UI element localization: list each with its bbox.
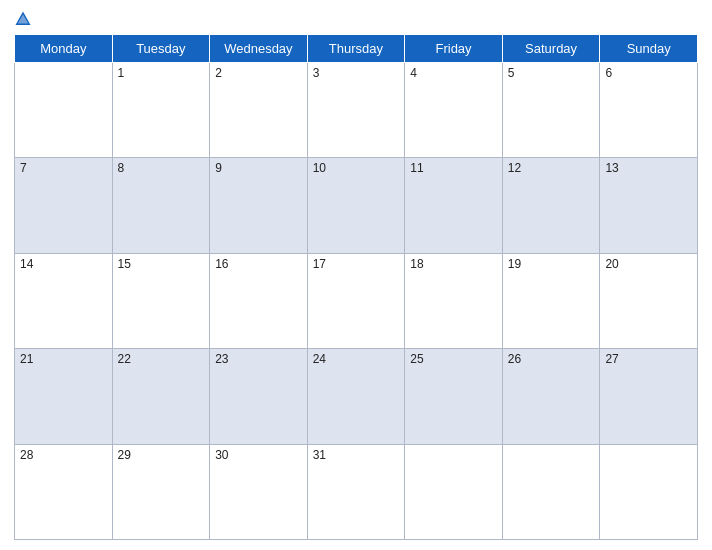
- calendar-cell: 29: [112, 444, 210, 539]
- calendar-cell: 14: [15, 253, 113, 348]
- calendar-table: MondayTuesdayWednesdayThursdayFridaySatu…: [14, 34, 698, 540]
- weekday-header-wednesday: Wednesday: [210, 35, 308, 63]
- day-number: 7: [20, 161, 27, 175]
- day-number: 28: [20, 448, 33, 462]
- weekday-header-tuesday: Tuesday: [112, 35, 210, 63]
- day-number: 4: [410, 66, 417, 80]
- day-number: 27: [605, 352, 618, 366]
- calendar-week-row: 28293031000: [15, 444, 698, 539]
- calendar-week-row: 21222324252627: [15, 349, 698, 444]
- calendar-cell: 6: [600, 63, 698, 158]
- day-number: 29: [118, 448, 131, 462]
- day-number: 26: [508, 352, 521, 366]
- calendar-cell: 10: [307, 158, 405, 253]
- calendar-cell: 0: [600, 444, 698, 539]
- calendar-cell: 21: [15, 349, 113, 444]
- calendar-cell: 28: [15, 444, 113, 539]
- calendar-cell: 16: [210, 253, 308, 348]
- day-number: 5: [508, 66, 515, 80]
- day-number: 18: [410, 257, 423, 271]
- calendar-cell: 11: [405, 158, 503, 253]
- calendar-cell: 31: [307, 444, 405, 539]
- day-number: 13: [605, 161, 618, 175]
- day-number: 30: [215, 448, 228, 462]
- calendar-cell: 1: [112, 63, 210, 158]
- day-number: 3: [313, 66, 320, 80]
- calendar-cell: 17: [307, 253, 405, 348]
- calendar-body: 0123456789101112131415161718192021222324…: [15, 63, 698, 540]
- header: [14, 10, 698, 28]
- day-number: 31: [313, 448, 326, 462]
- weekday-header-saturday: Saturday: [502, 35, 600, 63]
- day-number: 14: [20, 257, 33, 271]
- day-number: 8: [118, 161, 125, 175]
- day-number: 15: [118, 257, 131, 271]
- calendar-week-row: 0123456: [15, 63, 698, 158]
- day-number: 22: [118, 352, 131, 366]
- calendar-cell: 25: [405, 349, 503, 444]
- calendar-cell: 26: [502, 349, 600, 444]
- day-number: 0: [410, 448, 417, 462]
- calendar-cell: 12: [502, 158, 600, 253]
- calendar-cell: 0: [15, 63, 113, 158]
- calendar-cell: 0: [502, 444, 600, 539]
- calendar-header: MondayTuesdayWednesdayThursdayFridaySatu…: [15, 35, 698, 63]
- logo-area: [14, 10, 36, 28]
- day-number: 19: [508, 257, 521, 271]
- day-number: 25: [410, 352, 423, 366]
- day-number: 23: [215, 352, 228, 366]
- calendar-cell: 24: [307, 349, 405, 444]
- day-number: 20: [605, 257, 618, 271]
- weekday-row: MondayTuesdayWednesdayThursdayFridaySatu…: [15, 35, 698, 63]
- day-number: 10: [313, 161, 326, 175]
- calendar-week-row: 14151617181920: [15, 253, 698, 348]
- calendar-cell: 3: [307, 63, 405, 158]
- calendar-cell: 18: [405, 253, 503, 348]
- logo-icon: [14, 10, 32, 28]
- calendar-cell: 7: [15, 158, 113, 253]
- calendar-cell: 8: [112, 158, 210, 253]
- day-number: 16: [215, 257, 228, 271]
- calendar-cell: 0: [405, 444, 503, 539]
- day-number: 11: [410, 161, 423, 175]
- weekday-header-friday: Friday: [405, 35, 503, 63]
- calendar-cell: 15: [112, 253, 210, 348]
- day-number: 17: [313, 257, 326, 271]
- calendar-cell: 2: [210, 63, 308, 158]
- day-number: 1: [118, 66, 125, 80]
- day-number: 9: [215, 161, 222, 175]
- calendar-cell: 30: [210, 444, 308, 539]
- calendar-cell: 4: [405, 63, 503, 158]
- day-number: 0: [20, 66, 27, 80]
- day-number: 12: [508, 161, 521, 175]
- calendar-cell: 9: [210, 158, 308, 253]
- calendar-cell: 19: [502, 253, 600, 348]
- day-number: 21: [20, 352, 33, 366]
- calendar-week-row: 78910111213: [15, 158, 698, 253]
- day-number: 2: [215, 66, 222, 80]
- calendar-cell: 20: [600, 253, 698, 348]
- weekday-header-sunday: Sunday: [600, 35, 698, 63]
- calendar-cell: 13: [600, 158, 698, 253]
- calendar-cell: 22: [112, 349, 210, 444]
- calendar-cell: 5: [502, 63, 600, 158]
- calendar-cell: 23: [210, 349, 308, 444]
- calendar-cell: 27: [600, 349, 698, 444]
- logo-text: [14, 10, 36, 28]
- weekday-header-monday: Monday: [15, 35, 113, 63]
- weekday-header-thursday: Thursday: [307, 35, 405, 63]
- day-number: 0: [605, 448, 612, 462]
- day-number: 0: [508, 448, 515, 462]
- day-number: 24: [313, 352, 326, 366]
- day-number: 6: [605, 66, 612, 80]
